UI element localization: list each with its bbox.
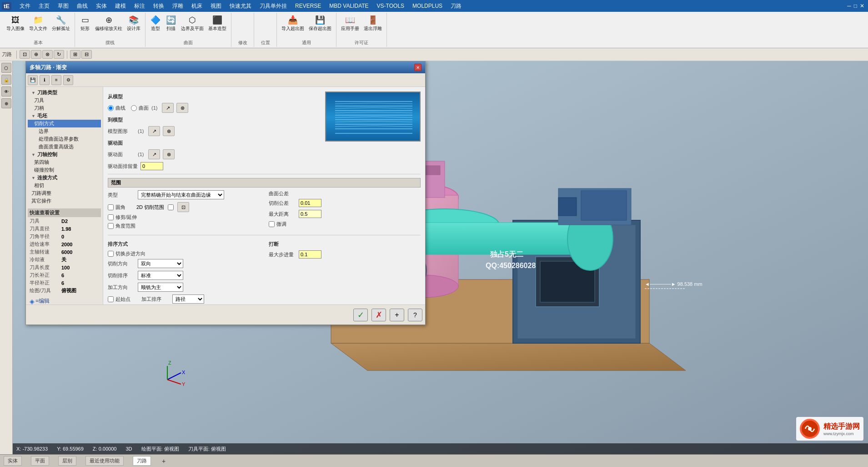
ok-button[interactable]: ✓ — [353, 309, 368, 321]
cut-tol-input[interactable] — [299, 199, 321, 207]
tree-axis-ctrl[interactable]: ▼ 刀轴控制 — [28, 151, 101, 158]
status-tab-recent[interactable]: 最近使用功能 — [85, 456, 124, 466]
apply-manual-btn[interactable]: 📖 应用手册 — [339, 14, 361, 33]
menu-mbd[interactable]: MBD VALIDATE — [326, 2, 372, 10]
menu-toolpath[interactable]: 刀路 — [447, 1, 465, 11]
status-tab-add[interactable]: + — [162, 457, 166, 465]
radio-surface[interactable]: 曲面 — [131, 105, 149, 112]
import-file-btn[interactable]: 📁 导入文件 — [27, 14, 49, 33]
machine-seq-select[interactable]: 路径 层 区域 — [172, 294, 204, 304]
tree-surface-quality[interactable]: 曲面质量高级选 — [28, 143, 101, 151]
dim2d-btn[interactable]: ⊡ — [177, 202, 189, 212]
tree-other[interactable]: 其它操作 — [28, 197, 101, 205]
from-model-clear-btn[interactable]: ⊗ — [176, 103, 188, 113]
from-model-select-btn[interactable]: ↗ — [162, 103, 174, 113]
tree-boundary[interactable]: 边界 — [28, 127, 101, 135]
viewport[interactable]: 独占5无二 QQ:450286028 X Y Z ◄──────► 98.538… — [13, 61, 868, 454]
status-tab-layer[interactable]: 层别 — [58, 456, 76, 466]
sweep-btn[interactable]: 🔄 扫描 — [164, 14, 178, 33]
menu-vstools[interactable]: VS-TOOLS — [373, 2, 408, 10]
tree-tool[interactable]: 刀具 — [28, 96, 101, 104]
menu-home[interactable]: 主页 — [35, 1, 53, 11]
dialog-list-btn[interactable]: ≡ — [51, 75, 61, 85]
cancel-button[interactable]: ✗ — [371, 309, 386, 321]
radio-curve[interactable]: 曲线 — [108, 105, 125, 112]
drive-select-btn[interactable]: ↗ — [148, 149, 160, 159]
boundary-btn[interactable]: ⬡ 边界及平面 — [179, 14, 206, 33]
basic-shape-btn[interactable]: ⬛ 基本造型 — [206, 14, 228, 33]
dim2d-checkbox[interactable] — [168, 204, 174, 210]
range-type-select[interactable]: 完整精确开始与结束在曲面边缘 完整 精确 — [138, 190, 224, 199]
menu-quick-tools[interactable]: 快速尤其 — [226, 1, 255, 11]
menu-modeling[interactable]: 建模 — [111, 1, 130, 11]
design-lib-btn[interactable]: 📚 设计库 — [125, 14, 142, 33]
machine-dir-select[interactable]: 顺铣为主 逆铣为主 — [138, 283, 183, 292]
model-btn[interactable]: 🔷 造型 — [148, 14, 163, 33]
tree-toolpath-type[interactable]: ▼ 刀路类型 — [28, 89, 101, 96]
tree-handle[interactable]: 刀柄 — [28, 104, 101, 112]
dialog-settings-btn[interactable]: ⚙ — [63, 75, 73, 85]
tree-stock[interactable]: ▼ 毛坯 — [28, 112, 101, 120]
max-dist-input[interactable] — [299, 210, 321, 218]
import-exceedmap-btn[interactable]: 📥 导入超出图 — [280, 14, 306, 33]
menu-sketch[interactable]: 草图 — [54, 1, 72, 11]
menu-dimension[interactable]: 标注 — [130, 1, 149, 11]
cut-dir-select[interactable]: 双向 单向 顺铣 逆铣 — [138, 259, 183, 268]
rectangle-btn[interactable]: ▭ 矩形 — [78, 14, 92, 33]
tree-adjust[interactable]: 刀路调整 — [28, 189, 101, 197]
menu-curve[interactable]: 曲线 — [73, 1, 91, 11]
toolbar2-btn4[interactable]: ↻ — [54, 50, 64, 59]
toolbar2-btn6[interactable]: ⊟ — [81, 50, 92, 59]
toolbar2-btn1[interactable]: ⊡ — [20, 50, 30, 59]
toolbar2-btn3[interactable]: ⊗ — [42, 50, 53, 59]
edit-action[interactable]: ◈ =编辑 — [30, 297, 99, 305]
left-btn-2[interactable]: 🔒 — [1, 75, 11, 85]
menu-machine[interactable]: 机床 — [188, 1, 206, 11]
left-btn-1[interactable]: ⬡ — [1, 63, 11, 73]
drive-offset-input[interactable] — [140, 162, 163, 170]
exit-relief-btn[interactable]: 🚪 退出浮雕 — [362, 14, 384, 33]
dialog-save-btn[interactable]: 💾 — [28, 75, 38, 85]
minimize-btn[interactable]: ─ — [847, 3, 851, 9]
angle-checkbox[interactable] — [108, 223, 114, 229]
max-step-input[interactable] — [299, 250, 321, 259]
step-dir-checkbox[interactable] — [108, 251, 114, 257]
menu-moldplus[interactable]: MOLDPLUS — [409, 2, 446, 10]
tree-cut-method[interactable]: 切削方式 — [28, 120, 101, 127]
dialog-info-btn[interactable]: ℹ — [40, 75, 50, 85]
tree-collision[interactable]: 碰撞控制 — [28, 166, 101, 174]
close-btn[interactable]: ✕ — [860, 3, 864, 9]
maximize-btn[interactable]: □ — [854, 3, 857, 9]
to-model-clear-btn[interactable]: ⊗ — [163, 126, 175, 136]
radio-curve-input[interactable] — [108, 105, 114, 111]
radio-surface-input[interactable] — [131, 105, 137, 111]
menu-transform[interactable]: 转换 — [150, 1, 168, 11]
tree-connection[interactable]: ▼ 连接方式 — [28, 174, 101, 182]
circle-checkbox[interactable] — [108, 204, 114, 210]
cut-order-select[interactable]: 标准 优化 — [138, 271, 183, 280]
decompose-btn[interactable]: 🔧 分解孤址 — [50, 14, 72, 33]
plus-button[interactable]: + — [390, 309, 404, 321]
menu-relief[interactable]: 浮雕 — [169, 1, 187, 11]
toolbar2-btn5[interactable]: ⊞ — [70, 50, 80, 59]
menu-file[interactable]: 文件 — [16, 1, 34, 11]
save-exceedmap-btn[interactable]: 💾 保存超出图 — [307, 14, 333, 33]
menu-reverse[interactable]: REVERSE — [291, 2, 325, 10]
tree-surface-boundary[interactable]: 处理曲面边界参数 — [28, 135, 101, 143]
toolbar2-btn2[interactable]: ⊕ — [31, 50, 41, 59]
menu-solid[interactable]: 实体 — [92, 1, 110, 11]
drive-clear-btn[interactable]: ⊗ — [163, 149, 175, 159]
tree-tangent[interactable]: 相切 — [28, 182, 101, 189]
import-image-btn[interactable]: 🖼 导入图像 — [5, 14, 26, 33]
help-button[interactable]: ? — [408, 309, 422, 321]
multiaxis-dialog[interactable]: 多轴刀路 · 渐变 ✕ 💾 ℹ ≡ ⚙ ▼ 刀路类型 — [25, 61, 426, 325]
trim-checkbox[interactable] — [108, 214, 114, 220]
status-tab-plane[interactable]: 平面 — [31, 456, 49, 466]
status-tab-toolpath[interactable]: 刀路 — [133, 456, 151, 466]
tree-4th-axis[interactable]: 第四轴 — [28, 158, 101, 166]
fine-adj-checkbox[interactable] — [269, 221, 275, 227]
to-model-select-btn[interactable]: ↗ — [148, 126, 160, 136]
menu-view[interactable]: 视图 — [207, 1, 225, 11]
menu-tool-plugin[interactable]: 刀具单外挂 — [256, 1, 291, 11]
left-btn-4[interactable]: ⊕ — [1, 98, 11, 108]
